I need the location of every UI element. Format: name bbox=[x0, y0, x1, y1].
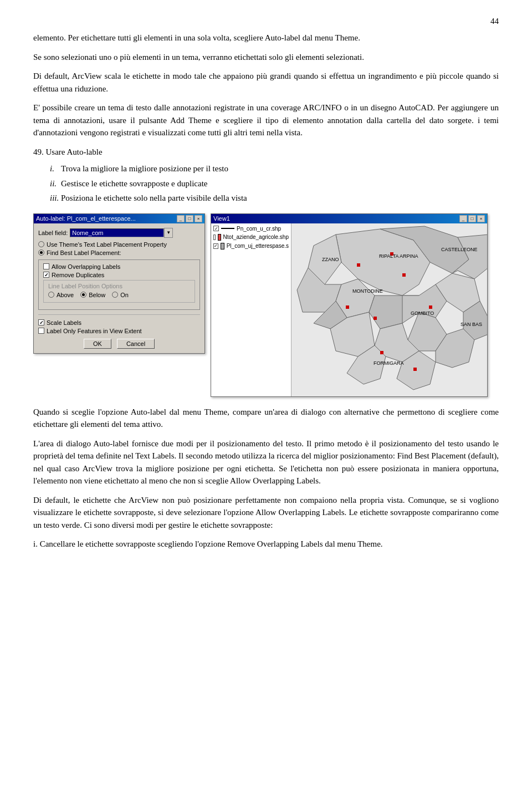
legend-label-3: Pl_com_uj_etterespase.s bbox=[227, 243, 289, 249]
radio-above-circle bbox=[48, 292, 54, 298]
paragraph-4: E' possibile creare un tema di testo dal… bbox=[33, 101, 499, 139]
para-after-2: L'area di dialogo Auto-label fornisce du… bbox=[33, 437, 499, 487]
list-text-3: Posiziona le etichette solo nella parte … bbox=[61, 192, 499, 205]
dialog-titlebar: Auto-label: Pl_com_el_etterespace... _ □… bbox=[34, 214, 204, 223]
paragraph-1: elemento. Per etichettare tutti gli elem… bbox=[33, 32, 499, 44]
svg-rect-20 bbox=[346, 305, 349, 309]
legend-checkbox-1[interactable]: ✓ bbox=[213, 226, 219, 231]
list-num-2: ii. bbox=[33, 177, 61, 190]
legend-item-1: ✓ Pn_com_u_cr.shp bbox=[213, 226, 289, 232]
scale-labels-label: Scale Labels bbox=[47, 319, 81, 326]
para-after-3: Di default, le etichette che ArcView non… bbox=[33, 494, 499, 532]
list-text-1: Trova la migliore la migliore posizione … bbox=[61, 162, 499, 175]
line-position-radios: Above Below On bbox=[48, 292, 190, 300]
svg-rect-18 bbox=[357, 263, 360, 267]
svg-text:SAN BAS: SAN BAS bbox=[461, 322, 482, 327]
list-num-1: i. bbox=[33, 162, 61, 175]
find-best-group: Allow Overlapping Labels ✓ Remove Duplic… bbox=[38, 259, 200, 310]
radio-find-best-label: Find Best Label Placement: bbox=[47, 249, 121, 256]
minimize-button[interactable]: _ bbox=[177, 215, 185, 222]
legend-checkbox-2[interactable] bbox=[213, 235, 216, 240]
para-after-4: i. Cancellare le etichette sovrapposte s… bbox=[33, 538, 499, 551]
map-titlebar: View1 _ □ × bbox=[211, 214, 487, 223]
cancel-button[interactable]: Cancel bbox=[117, 339, 155, 349]
scale-labels-item[interactable]: ✓ Scale Labels bbox=[38, 319, 200, 326]
dialog-body: Label field: Nome_com ▼ Use Theme's Text… bbox=[34, 223, 204, 353]
radio-below-label: Below bbox=[89, 292, 105, 298]
svg-text:GOMBITO: GOMBITO bbox=[411, 310, 434, 316]
radio-group: Use Theme's Text Label Placement Propert… bbox=[38, 241, 200, 256]
remove-duplicates-checkbox[interactable]: ✓ bbox=[43, 272, 49, 278]
allow-overlapping-checkbox[interactable] bbox=[43, 263, 49, 269]
svg-text:FORMIGARA: FORMIGARA bbox=[374, 360, 404, 366]
screenshots-row: Auto-label: Pl_com_el_etterespace... _ □… bbox=[33, 213, 499, 397]
dialog-buttons: OK Cancel bbox=[38, 339, 200, 349]
list-text-2: Gestisce le etichette sovrapposte e dupl… bbox=[61, 177, 499, 190]
map-title: View1 bbox=[213, 215, 230, 222]
map-legend: ✓ Pn_com_u_cr.shp Ntot_aziende_agricole.… bbox=[211, 223, 291, 396]
map-titlebar-buttons: _ □ × bbox=[459, 215, 485, 222]
dialog-title: Auto-label: Pl_com_el_etterespace... bbox=[36, 215, 136, 222]
map-svg: RIPALTA ARPINA CASTELLEONE ZZANO MONTODI… bbox=[291, 223, 487, 395]
legend-item-2: Ntot_aziende_agricole.shp bbox=[213, 234, 289, 241]
label-field-dropdown[interactable]: ▼ bbox=[164, 228, 173, 238]
close-button[interactable]: × bbox=[195, 215, 202, 222]
radio-find-best-circle bbox=[38, 249, 44, 256]
legend-swatch-3 bbox=[221, 243, 224, 249]
remove-duplicates-label: Remove Duplicates bbox=[52, 272, 104, 278]
map-minimize-button[interactable]: _ bbox=[459, 215, 467, 222]
radio-find-best[interactable]: Find Best Label Placement: bbox=[38, 249, 200, 256]
list-container: i. Trova la migliore la migliore posizio… bbox=[33, 162, 499, 205]
label-field-input[interactable]: Nome_com bbox=[70, 228, 164, 237]
line-label-section: Line Label Position Options Above Below bbox=[43, 280, 195, 303]
svg-rect-21 bbox=[402, 273, 406, 277]
map-close-button[interactable]: × bbox=[477, 215, 485, 222]
legend-checkbox-3[interactable]: ✓ bbox=[213, 243, 218, 249]
para-after-1: Quando si sceglie l'opzione Auto-label d… bbox=[33, 406, 499, 431]
allow-overlapping-item[interactable]: Allow Overlapping Labels bbox=[43, 263, 195, 270]
list-item-1: i. Trova la migliore la migliore posizio… bbox=[33, 162, 499, 175]
radio-on-label: On bbox=[120, 292, 129, 298]
legend-label-2: Ntot_aziende_agricole.shp bbox=[223, 234, 289, 240]
allow-overlapping-label: Allow Overlapping Labels bbox=[52, 263, 120, 270]
label-field-row: Label field: Nome_com ▼ bbox=[38, 228, 200, 238]
label-field-label: Label field: bbox=[38, 230, 68, 236]
map-maximize-button[interactable]: □ bbox=[468, 215, 476, 222]
radio-on[interactable]: On bbox=[112, 292, 129, 298]
maximize-button[interactable]: □ bbox=[186, 215, 193, 222]
ok-button[interactable]: OK bbox=[84, 339, 111, 349]
svg-text:RIPALTA ARPINA: RIPALTA ARPINA bbox=[379, 253, 418, 259]
svg-rect-22 bbox=[374, 317, 377, 320]
svg-text:CASTELLEONE: CASTELLEONE bbox=[441, 247, 478, 252]
map-window[interactable]: View1 _ □ × ✓ Pn_com_u_cr.shp Ntot_azien… bbox=[211, 213, 488, 397]
radio-below[interactable]: Below bbox=[80, 292, 105, 298]
radio-use-themes-circle bbox=[38, 241, 44, 247]
svg-rect-23 bbox=[429, 305, 432, 309]
section-49-title: 49. Usare Auto-lable bbox=[33, 146, 499, 159]
line-label-title: Line Label Position Options bbox=[48, 283, 190, 289]
svg-text:ZZANO: ZZANO bbox=[322, 257, 339, 262]
list-item-3: iii. Posiziona le etichette solo nella p… bbox=[33, 192, 499, 205]
radio-use-themes-label: Use Theme's Text Label Placement Propert… bbox=[47, 241, 167, 248]
legend-label-1: Pn_com_u_cr.shp bbox=[237, 226, 281, 232]
svg-text:MONTODINE: MONTODINE bbox=[352, 288, 383, 294]
autolabel-dialog[interactable]: Auto-label: Pl_com_el_etterespace... _ □… bbox=[33, 213, 205, 354]
radio-on-circle bbox=[112, 292, 118, 298]
paragraph-3: Di default, ArcView scala le etichette i… bbox=[33, 70, 499, 95]
legend-item-3: ✓ Pl_com_uj_etterespase.s bbox=[213, 243, 289, 249]
radio-above[interactable]: Above bbox=[48, 292, 74, 298]
radio-below-circle bbox=[80, 292, 86, 298]
paragraph-2: Se sono selezionati uno o più elementi i… bbox=[33, 51, 499, 64]
remove-duplicates-item[interactable]: ✓ Remove Duplicates bbox=[43, 272, 195, 278]
radio-use-themes[interactable]: Use Theme's Text Label Placement Propert… bbox=[38, 241, 200, 248]
page-number: 44 bbox=[33, 17, 499, 26]
map-canvas: RIPALTA ARPINA CASTELLEONE ZZANO MONTODI… bbox=[291, 223, 487, 396]
dialog-titlebar-buttons: _ □ × bbox=[177, 215, 202, 222]
list-item-2: ii. Gestisce le etichette sovrapposte e … bbox=[33, 177, 499, 190]
scale-labels-checkbox[interactable]: ✓ bbox=[38, 319, 44, 325]
label-only-item[interactable]: Label Only Features in View Extent bbox=[38, 328, 200, 334]
list-num-3: iii. bbox=[33, 192, 61, 205]
label-only-checkbox[interactable] bbox=[38, 328, 44, 334]
legend-swatch-1 bbox=[221, 228, 234, 229]
map-body: ✓ Pn_com_u_cr.shp Ntot_aziende_agricole.… bbox=[211, 223, 487, 396]
